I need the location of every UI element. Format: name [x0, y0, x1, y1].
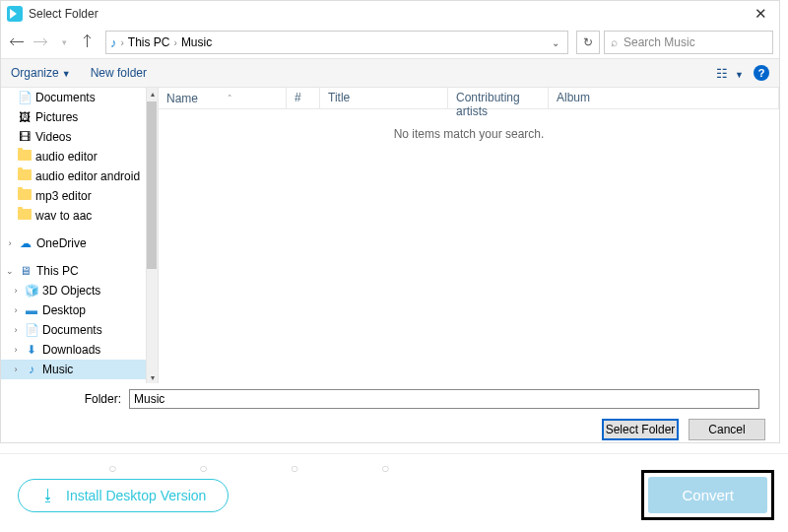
tree-item[interactable]: audio editor	[1, 147, 158, 166]
tree-item[interactable]: mp3 editor	[1, 186, 158, 206]
search-icon: ⌕	[611, 35, 618, 49]
forward-button[interactable]: 🡒	[31, 33, 50, 52]
up-button[interactable]: 🡑	[78, 33, 98, 52]
convert-highlight: Convert	[641, 470, 774, 520]
folder-icon	[17, 189, 33, 203]
chevron-down-icon: ▼	[735, 70, 744, 80]
pictures-icon: 🖼	[17, 110, 33, 124]
tree-item-videos[interactable]: 🎞Videos📌	[1, 127, 158, 147]
background-controls: ○ ○ ○ ○	[108, 460, 429, 476]
tree-item[interactable]: ›▬Desktop	[1, 300, 158, 320]
chevron-right-icon[interactable]: ›	[11, 286, 21, 296]
tree-item[interactable]: ›🧊3D Objects	[1, 281, 158, 300]
dialog-buttons: Select Folder Cancel	[1, 413, 779, 450]
breadcrumb[interactable]: ♪ › This PC › Music ⌄	[105, 31, 568, 54]
folder-row: Folder:	[1, 383, 779, 413]
desktop-icon: ▬	[24, 303, 39, 317]
nav-row: 🡐 🡒 ▾ 🡑 ♪ › This PC › Music ⌄ ↻ ⌕ Search…	[1, 27, 779, 58]
tree-item-documents[interactable]: 📄Documents📌	[1, 88, 158, 107]
install-desktop-button[interactable]: ⭳ Install Desktop Version	[18, 479, 229, 512]
sort-up-icon: ˄	[228, 94, 232, 103]
tree-item-pictures[interactable]: 🖼Pictures📌	[1, 107, 158, 127]
cloud-icon: ☁	[18, 236, 33, 250]
chevron-right-icon: ›	[121, 37, 124, 48]
new-folder-button[interactable]: New folder	[91, 66, 147, 80]
scroll-down-icon[interactable]: ▾	[147, 371, 159, 383]
col-album[interactable]: Album	[549, 88, 779, 108]
help-icon[interactable]: ?	[754, 65, 769, 81]
select-folder-button[interactable]: Select Folder	[602, 419, 679, 440]
chevron-right-icon[interactable]: ›	[11, 345, 21, 355]
chevron-down-icon[interactable]: ⌄	[5, 266, 15, 276]
dialog-title: Select Folder	[29, 7, 98, 21]
convert-button[interactable]: Convert	[648, 477, 767, 513]
tree-item[interactable]: ›⬇Downloads	[1, 340, 158, 360]
breadcrumb-seg[interactable]: Music	[181, 35, 212, 49]
document-icon: 📄	[24, 323, 39, 337]
tree-item[interactable]: audio editor android	[1, 166, 158, 186]
tree-item-thispc[interactable]: ⌄🖥This PC	[1, 261, 158, 281]
tree-item[interactable]: wav to aac	[1, 206, 158, 226]
select-folder-dialog: Select Folder ✕ 🡐 🡒 ▾ 🡑 ♪ › This PC › Mu…	[0, 0, 780, 443]
folder-icon	[17, 169, 33, 183]
app-icon	[7, 6, 23, 22]
scrollbar-thumb[interactable]	[147, 101, 157, 269]
file-list: Name˄ # Title Contributing artists Album…	[159, 88, 779, 383]
folder-input[interactable]	[129, 389, 759, 409]
folder-icon	[17, 150, 33, 164]
tree-scrollbar[interactable]: ▴ ▾	[146, 88, 158, 383]
tree-item[interactable]: ›📄Documents	[1, 320, 158, 340]
breadcrumb-seg[interactable]: This PC	[128, 35, 170, 49]
folder-tree: 📄Documents📌 🖼Pictures📌 🎞Videos📌 audio ed…	[1, 88, 159, 383]
titlebar: Select Folder ✕	[1, 1, 779, 27]
col-artist[interactable]: Contributing artists	[448, 88, 549, 108]
chevron-right-icon[interactable]: ›	[11, 305, 21, 315]
back-button[interactable]: 🡐	[7, 33, 27, 52]
search-input[interactable]: ⌕ Search Music	[604, 31, 773, 54]
search-placeholder: Search Music	[624, 35, 695, 49]
recent-dropdown[interactable]: ▾	[54, 33, 74, 52]
col-title[interactable]: Title	[320, 88, 448, 108]
document-icon: 📄	[17, 91, 33, 104]
tree-item-music[interactable]: ›♪Music	[1, 360, 158, 379]
chevron-right-icon[interactable]: ›	[11, 325, 21, 335]
close-icon[interactable]: ✕	[749, 5, 773, 23]
chevron-down-icon: ▼	[62, 69, 71, 79]
videos-icon: 🎞	[17, 130, 33, 144]
objects-icon: 🧊	[24, 284, 39, 298]
chevron-right-icon: ›	[174, 37, 177, 48]
view-button[interactable]: ☷ ▼	[716, 66, 744, 81]
computer-icon: 🖥	[18, 264, 33, 278]
download-icon: ⬇	[24, 343, 39, 357]
toolbar: Organize▼ New folder ☷ ▼ ?	[1, 58, 779, 88]
folder-label: Folder:	[11, 392, 129, 406]
music-icon: ♪	[110, 35, 117, 50]
chevron-right-icon[interactable]: ›	[11, 365, 21, 374]
download-icon: ⭳	[40, 487, 56, 504]
chevron-down-icon[interactable]: ⌄	[552, 37, 563, 48]
col-num[interactable]: #	[287, 88, 320, 108]
music-icon: ♪	[24, 363, 39, 376]
chevron-right-icon[interactable]: ›	[5, 238, 15, 248]
column-headers: Name˄ # Title Contributing artists Album	[159, 88, 779, 109]
refresh-button[interactable]: ↻	[576, 31, 600, 54]
col-name[interactable]: Name˄	[159, 88, 287, 108]
folder-icon	[17, 209, 33, 223]
cancel-button[interactable]: Cancel	[689, 419, 765, 440]
content-area: 📄Documents📌 🖼Pictures📌 🎞Videos📌 audio ed…	[1, 88, 779, 383]
tree-item-onedrive[interactable]: ›☁OneDrive	[1, 233, 158, 253]
organize-menu[interactable]: Organize▼	[11, 66, 71, 80]
bottom-bar: ○ ○ ○ ○ ⭳ Install Desktop Version Conver…	[0, 453, 788, 532]
scroll-up-icon[interactable]: ▴	[147, 88, 159, 100]
